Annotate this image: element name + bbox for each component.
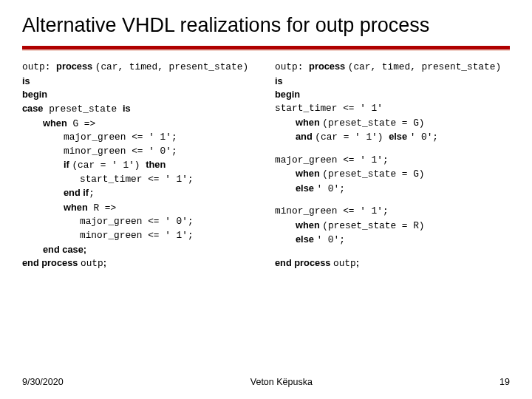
- t: ' 0';: [316, 183, 344, 194]
- spacer: [275, 145, 510, 154]
- code-line: minor_green <= ' 1';: [22, 229, 257, 243]
- code-line: end case;: [22, 243, 257, 257]
- t: (preset_state = G): [322, 168, 424, 180]
- slide-title: Alternative VHDL realizations for outp p…: [0, 0, 532, 43]
- kw: end process: [22, 257, 81, 268]
- t: (car, timed, present_state): [348, 61, 501, 72]
- kw: else: [296, 183, 316, 194]
- code-line: begin: [275, 88, 510, 102]
- kw: end if: [64, 187, 89, 198]
- right-column: outp: process (car, timed, present_state…: [275, 60, 510, 270]
- code-line: end process outp;: [22, 256, 257, 271]
- code-line: outp: process (car, timed, present_state…: [22, 60, 257, 88]
- kw: is: [123, 103, 131, 114]
- t: outp:: [275, 61, 309, 72]
- kw: else: [389, 131, 409, 142]
- kw: is: [22, 75, 30, 86]
- kw: when: [296, 219, 322, 231]
- t: (car = ' 1'): [72, 160, 146, 171]
- kw: then: [146, 159, 166, 170]
- footer-author: Veton Këpuska: [250, 377, 313, 387]
- t: outp: [81, 258, 103, 269]
- t: ;: [89, 188, 95, 199]
- t: (preset_state = R): [322, 220, 424, 231]
- kw: when: [296, 117, 322, 128]
- code-line: when R =>: [22, 201, 257, 216]
- code-line: else ' 0';: [275, 182, 510, 197]
- t: ' 0';: [410, 132, 438, 143]
- kw: and: [296, 131, 315, 142]
- spacer: [275, 248, 510, 256]
- footer-page: 19: [499, 377, 510, 387]
- t: ' 0';: [316, 234, 344, 245]
- code-line: when (preset_state = R): [275, 219, 510, 233]
- code-line: when (preset_state = G): [275, 167, 510, 182]
- code-line: major_green <= ' 1';: [22, 131, 257, 145]
- code-line: minor_green <= ' 1';: [275, 205, 510, 219]
- code-line: when (preset_state = G): [275, 116, 510, 131]
- kw: end process: [275, 257, 333, 268]
- kw: ;: [356, 257, 359, 268]
- t: preset_state: [43, 103, 123, 115]
- left-column: outp: process (car, timed, present_state…: [22, 60, 257, 270]
- kw: process: [56, 61, 95, 72]
- code-line: begin: [22, 88, 257, 102]
- kw: when: [64, 202, 88, 213]
- content-columns: outp: process (car, timed, present_state…: [0, 50, 532, 270]
- t: outp:: [22, 61, 56, 72]
- code-line: end if;: [22, 186, 257, 201]
- kw: when: [43, 117, 67, 129]
- code-line: when G =>: [22, 117, 257, 132]
- code-line: else ' 0';: [275, 233, 510, 248]
- spacer: [275, 196, 510, 205]
- code-line: minor_green <= ' 0';: [22, 145, 257, 159]
- code-line: if (car = ' 1') then: [22, 158, 257, 173]
- kw: when: [296, 168, 322, 179]
- code-line: case preset_state is: [22, 102, 257, 117]
- t: G =>: [67, 118, 95, 129]
- code-line: and (car = ' 1') else ' 0';: [275, 130, 510, 145]
- code-line: start_timer <= ' 1': [275, 102, 510, 116]
- kw: process: [309, 61, 348, 72]
- code-line: start_timer <= ' 1';: [22, 173, 257, 187]
- t: outp: [333, 258, 356, 269]
- t: (car, timed, present_state): [95, 61, 248, 72]
- t: (preset_state = G): [322, 117, 424, 129]
- kw: else: [296, 233, 316, 245]
- slide-footer: 9/30/2020 Veton Këpuska 19: [22, 377, 510, 387]
- kw: is: [275, 75, 283, 86]
- kw: if: [64, 159, 72, 170]
- footer-date: 9/30/2020: [22, 377, 64, 387]
- code-line: major_green <= ' 1';: [275, 154, 510, 168]
- code-line: major_green <= ' 0';: [22, 215, 257, 229]
- code-line: end process outp;: [275, 256, 510, 271]
- kw: case: [22, 103, 43, 114]
- kw: ;: [103, 257, 106, 268]
- t: R =>: [88, 202, 116, 214]
- code-line: outp: process (car, timed, present_state…: [275, 60, 510, 88]
- t: (car = ' 1'): [315, 132, 389, 143]
